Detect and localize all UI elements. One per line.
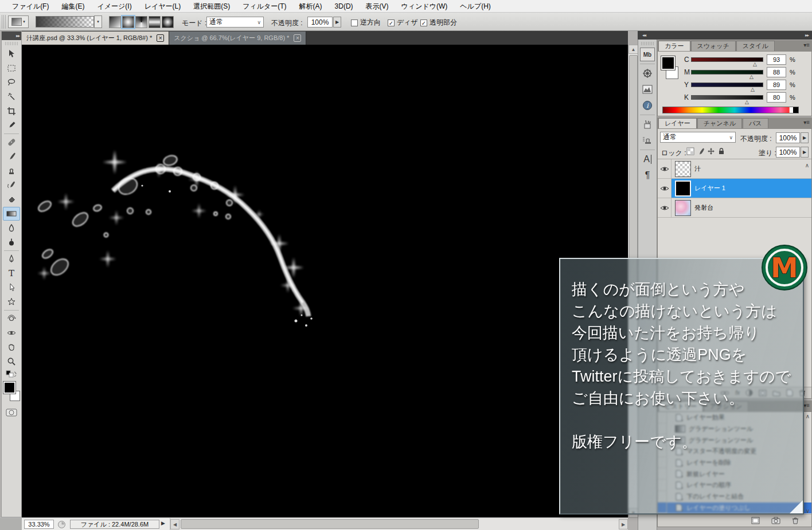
- tool-palette-collapse[interactable]: ▸▸: [2, 32, 21, 40]
- spectrum-black-end[interactable]: [793, 107, 798, 113]
- visibility-toggle[interactable]: [658, 179, 672, 198]
- clone-source-icon[interactable]: [640, 134, 655, 147]
- layer-name[interactable]: レイヤー 1: [694, 184, 725, 193]
- layer-opacity-input[interactable]: 100%: [776, 132, 800, 143]
- layer-row-juice[interactable]: 汁: [658, 159, 811, 179]
- gradient-tool-preset-button[interactable]: ▾: [8, 15, 29, 28]
- scroll-up-button[interactable]: ▲: [628, 45, 638, 54]
- menu-image[interactable]: イメージ(I): [91, 0, 138, 13]
- rect-marquee-tool[interactable]: [3, 61, 20, 75]
- yellow-value-input[interactable]: 89: [767, 80, 786, 90]
- scroll-left-button[interactable]: ◀: [170, 519, 179, 529]
- visibility-toggle[interactable]: [658, 159, 672, 178]
- vertical-scroll-thumb[interactable]: [629, 55, 638, 284]
- menu-analysis[interactable]: 解析(A): [293, 0, 329, 13]
- type-tool[interactable]: T: [3, 266, 20, 280]
- canvas-horizontal-scrollbar[interactable]: ◀ ▶: [170, 518, 628, 530]
- dither-checkbox[interactable]: ✓ ディザ: [388, 18, 418, 28]
- tab-swatches[interactable]: スウォッチ: [691, 41, 736, 51]
- tool-presets-icon[interactable]: [640, 117, 655, 131]
- eyedropper-tool[interactable]: [3, 119, 20, 132]
- linear-gradient-button[interactable]: [109, 16, 121, 28]
- menu-view[interactable]: 表示(V): [360, 0, 395, 13]
- options-grip[interactable]: [2, 15, 6, 29]
- new-snapshot-icon[interactable]: [771, 517, 780, 524]
- panel-menu-icon[interactable]: ▾≡: [803, 119, 810, 125]
- navigator-icon[interactable]: [640, 66, 655, 80]
- character-panel-icon[interactable]: A: [640, 152, 655, 166]
- gradient-tool[interactable]: [3, 207, 20, 221]
- magenta-value-input[interactable]: 88: [767, 67, 786, 77]
- menu-window[interactable]: ウィンドウ(W): [395, 0, 454, 13]
- opacity-spinner[interactable]: ▶: [333, 17, 341, 28]
- lock-transparency-icon[interactable]: [686, 147, 694, 155]
- layer-thumbnail[interactable]: [675, 180, 691, 197]
- tab-paths[interactable]: パス: [743, 118, 768, 128]
- visibility-toggle[interactable]: [658, 198, 672, 217]
- gradient-preview-dropdown[interactable]: ▾: [94, 15, 102, 28]
- history-scroll-down-icon[interactable]: ∨: [806, 508, 810, 514]
- dodge-tool[interactable]: [3, 235, 20, 249]
- lock-pixels-icon[interactable]: [697, 147, 705, 155]
- cyan-value-input[interactable]: 93: [767, 54, 786, 65]
- layer-thumbnail[interactable]: [675, 200, 691, 216]
- move-tool[interactable]: [3, 47, 20, 61]
- custom-shape-tool[interactable]: [3, 295, 20, 309]
- foreground-color-swatch[interactable]: [3, 382, 15, 394]
- tool-palette-grip[interactable]: [5, 42, 18, 45]
- pen-tool[interactable]: [3, 252, 20, 266]
- collapse-panels-icon[interactable]: ◂◂: [642, 33, 646, 38]
- menu-help[interactable]: ヘルプ(H): [454, 0, 497, 13]
- 3d-orbit-tool[interactable]: [3, 326, 20, 340]
- lock-position-icon[interactable]: [707, 147, 715, 155]
- status-options-arrow[interactable]: ▶: [161, 520, 165, 526]
- strip-grip[interactable]: [641, 42, 654, 45]
- menu-3d[interactable]: 3D(D): [329, 0, 360, 13]
- layer-name[interactable]: 汁: [694, 164, 701, 173]
- opacity-input[interactable]: 100%: [307, 17, 333, 28]
- eraser-tool[interactable]: [3, 193, 20, 206]
- paragraph-panel-icon[interactable]: ¶: [640, 168, 655, 182]
- info-icon[interactable]: i: [640, 99, 655, 112]
- menu-layer[interactable]: レイヤー(L): [138, 0, 188, 13]
- black-value-input[interactable]: 80: [767, 92, 786, 103]
- layer-row-layer1[interactable]: レイヤー 1: [658, 179, 811, 198]
- history-brush-tool[interactable]: [3, 178, 20, 192]
- angle-gradient-button[interactable]: [135, 16, 147, 28]
- new-document-from-state-icon[interactable]: [751, 517, 760, 524]
- gradient-preview-well[interactable]: [36, 16, 94, 28]
- transparency-checkbox[interactable]: ✓ 透明部分: [420, 18, 457, 28]
- quick-mask-button[interactable]: [3, 406, 20, 419]
- radial-gradient-button[interactable]: [122, 16, 134, 28]
- horizontal-scroll-thumb[interactable]: [181, 519, 479, 529]
- layer-blend-mode-select[interactable]: 通常 ∨: [660, 132, 736, 143]
- zoom-tool[interactable]: [3, 355, 20, 368]
- close-icon[interactable]: ×: [157, 34, 164, 42]
- lasso-tool[interactable]: [3, 76, 20, 89]
- close-icon[interactable]: ×: [294, 34, 301, 42]
- zoom-level-input[interactable]: 33.33%: [24, 520, 54, 529]
- clone-stamp-tool[interactable]: [3, 164, 20, 178]
- histogram-icon[interactable]: [640, 83, 655, 96]
- menu-select[interactable]: 選択範囲(S): [187, 0, 236, 13]
- layer-opacity-spinner[interactable]: ▶: [801, 132, 809, 143]
- document-tab-active[interactable]: 汁講座.psd @ 33.3% (レイヤー 1, RGB/8#) * ×: [22, 32, 169, 45]
- 3d-rotate-tool[interactable]: [3, 312, 20, 325]
- expand-panels-icon[interactable]: ▸▸: [805, 33, 809, 38]
- reverse-checkbox[interactable]: 逆方向: [351, 18, 381, 28]
- tab-styles[interactable]: スタイル: [736, 41, 775, 51]
- brush-tool[interactable]: [3, 150, 20, 163]
- trash-icon[interactable]: [792, 517, 799, 524]
- tab-color[interactable]: カラー: [658, 41, 690, 51]
- layer-fill-spinner[interactable]: ▶: [801, 147, 809, 158]
- lock-all-icon[interactable]: [717, 147, 725, 155]
- blend-mode-select[interactable]: 通常 ∨: [206, 17, 264, 28]
- layer-fill-input[interactable]: 100%: [776, 147, 800, 158]
- scroll-right-button[interactable]: ▶: [619, 519, 628, 529]
- crop-tool[interactable]: [3, 104, 20, 118]
- magic-wand-tool[interactable]: [3, 90, 20, 104]
- layers-scroll-up-icon[interactable]: ∧: [805, 162, 809, 168]
- reflected-gradient-button[interactable]: [149, 16, 161, 28]
- tab-channels[interactable]: チャンネル: [697, 118, 742, 128]
- color-spectrum-ramp[interactable]: [662, 107, 799, 113]
